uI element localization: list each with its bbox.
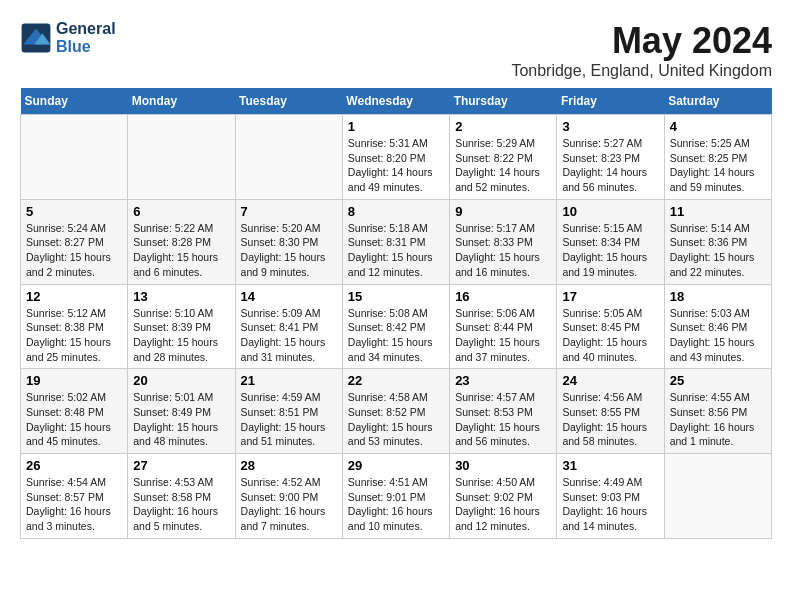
day-cell: 16Sunrise: 5:06 AM Sunset: 8:44 PM Dayli… (450, 284, 557, 369)
day-number: 13 (133, 289, 229, 304)
week-row-2: 5Sunrise: 5:24 AM Sunset: 8:27 PM Daylig… (21, 199, 772, 284)
day-cell: 12Sunrise: 5:12 AM Sunset: 8:38 PM Dayli… (21, 284, 128, 369)
day-cell: 22Sunrise: 4:58 AM Sunset: 8:52 PM Dayli… (342, 369, 449, 454)
day-info: Sunrise: 5:06 AM Sunset: 8:44 PM Dayligh… (455, 306, 551, 365)
week-row-3: 12Sunrise: 5:12 AM Sunset: 8:38 PM Dayli… (21, 284, 772, 369)
day-info: Sunrise: 4:55 AM Sunset: 8:56 PM Dayligh… (670, 390, 766, 449)
day-info: Sunrise: 4:49 AM Sunset: 9:03 PM Dayligh… (562, 475, 658, 534)
day-cell: 8Sunrise: 5:18 AM Sunset: 8:31 PM Daylig… (342, 199, 449, 284)
day-cell: 27Sunrise: 4:53 AM Sunset: 8:58 PM Dayli… (128, 454, 235, 539)
day-cell: 9Sunrise: 5:17 AM Sunset: 8:33 PM Daylig… (450, 199, 557, 284)
day-info: Sunrise: 5:18 AM Sunset: 8:31 PM Dayligh… (348, 221, 444, 280)
day-cell: 14Sunrise: 5:09 AM Sunset: 8:41 PM Dayli… (235, 284, 342, 369)
day-info: Sunrise: 5:01 AM Sunset: 8:49 PM Dayligh… (133, 390, 229, 449)
day-number: 5 (26, 204, 122, 219)
day-cell: 17Sunrise: 5:05 AM Sunset: 8:45 PM Dayli… (557, 284, 664, 369)
day-number: 1 (348, 119, 444, 134)
day-cell: 4Sunrise: 5:25 AM Sunset: 8:25 PM Daylig… (664, 115, 771, 200)
day-cell: 30Sunrise: 4:50 AM Sunset: 9:02 PM Dayli… (450, 454, 557, 539)
logo: General Blue (20, 20, 116, 56)
day-header-tuesday: Tuesday (235, 88, 342, 115)
day-cell: 23Sunrise: 4:57 AM Sunset: 8:53 PM Dayli… (450, 369, 557, 454)
day-number: 25 (670, 373, 766, 388)
day-number: 16 (455, 289, 551, 304)
day-cell: 20Sunrise: 5:01 AM Sunset: 8:49 PM Dayli… (128, 369, 235, 454)
day-number: 26 (26, 458, 122, 473)
day-cell: 15Sunrise: 5:08 AM Sunset: 8:42 PM Dayli… (342, 284, 449, 369)
day-info: Sunrise: 5:17 AM Sunset: 8:33 PM Dayligh… (455, 221, 551, 280)
day-info: Sunrise: 5:05 AM Sunset: 8:45 PM Dayligh… (562, 306, 658, 365)
week-row-5: 26Sunrise: 4:54 AM Sunset: 8:57 PM Dayli… (21, 454, 772, 539)
day-cell: 31Sunrise: 4:49 AM Sunset: 9:03 PM Dayli… (557, 454, 664, 539)
logo-text: General Blue (56, 20, 116, 56)
page-wrapper: General Blue May 2024 Tonbridge, England… (20, 20, 772, 539)
day-cell: 25Sunrise: 4:55 AM Sunset: 8:56 PM Dayli… (664, 369, 771, 454)
day-cell: 3Sunrise: 5:27 AM Sunset: 8:23 PM Daylig… (557, 115, 664, 200)
day-info: Sunrise: 5:09 AM Sunset: 8:41 PM Dayligh… (241, 306, 337, 365)
days-header-row: SundayMondayTuesdayWednesdayThursdayFrid… (21, 88, 772, 115)
day-number: 4 (670, 119, 766, 134)
day-header-friday: Friday (557, 88, 664, 115)
day-number: 2 (455, 119, 551, 134)
day-cell: 13Sunrise: 5:10 AM Sunset: 8:39 PM Dayli… (128, 284, 235, 369)
day-cell: 19Sunrise: 5:02 AM Sunset: 8:48 PM Dayli… (21, 369, 128, 454)
day-number: 27 (133, 458, 229, 473)
day-cell (128, 115, 235, 200)
day-number: 14 (241, 289, 337, 304)
day-info: Sunrise: 4:51 AM Sunset: 9:01 PM Dayligh… (348, 475, 444, 534)
day-number: 6 (133, 204, 229, 219)
day-header-thursday: Thursday (450, 88, 557, 115)
day-number: 8 (348, 204, 444, 219)
day-cell: 1Sunrise: 5:31 AM Sunset: 8:20 PM Daylig… (342, 115, 449, 200)
day-number: 22 (348, 373, 444, 388)
day-header-sunday: Sunday (21, 88, 128, 115)
calendar-table: SundayMondayTuesdayWednesdayThursdayFrid… (20, 88, 772, 539)
day-cell: 7Sunrise: 5:20 AM Sunset: 8:30 PM Daylig… (235, 199, 342, 284)
day-header-wednesday: Wednesday (342, 88, 449, 115)
day-number: 28 (241, 458, 337, 473)
day-info: Sunrise: 5:02 AM Sunset: 8:48 PM Dayligh… (26, 390, 122, 449)
day-info: Sunrise: 5:12 AM Sunset: 8:38 PM Dayligh… (26, 306, 122, 365)
day-info: Sunrise: 4:58 AM Sunset: 8:52 PM Dayligh… (348, 390, 444, 449)
day-info: Sunrise: 5:14 AM Sunset: 8:36 PM Dayligh… (670, 221, 766, 280)
day-info: Sunrise: 5:31 AM Sunset: 8:20 PM Dayligh… (348, 136, 444, 195)
day-info: Sunrise: 4:53 AM Sunset: 8:58 PM Dayligh… (133, 475, 229, 534)
day-number: 9 (455, 204, 551, 219)
day-info: Sunrise: 5:29 AM Sunset: 8:22 PM Dayligh… (455, 136, 551, 195)
day-number: 20 (133, 373, 229, 388)
day-cell: 6Sunrise: 5:22 AM Sunset: 8:28 PM Daylig… (128, 199, 235, 284)
day-header-saturday: Saturday (664, 88, 771, 115)
logo-icon (20, 22, 52, 54)
day-cell: 18Sunrise: 5:03 AM Sunset: 8:46 PM Dayli… (664, 284, 771, 369)
day-number: 7 (241, 204, 337, 219)
day-info: Sunrise: 4:56 AM Sunset: 8:55 PM Dayligh… (562, 390, 658, 449)
main-title: May 2024 (511, 20, 772, 62)
day-cell: 29Sunrise: 4:51 AM Sunset: 9:01 PM Dayli… (342, 454, 449, 539)
day-number: 12 (26, 289, 122, 304)
day-number: 23 (455, 373, 551, 388)
day-number: 10 (562, 204, 658, 219)
day-header-monday: Monday (128, 88, 235, 115)
day-number: 15 (348, 289, 444, 304)
day-cell: 10Sunrise: 5:15 AM Sunset: 8:34 PM Dayli… (557, 199, 664, 284)
day-cell: 11Sunrise: 5:14 AM Sunset: 8:36 PM Dayli… (664, 199, 771, 284)
day-number: 17 (562, 289, 658, 304)
day-info: Sunrise: 4:57 AM Sunset: 8:53 PM Dayligh… (455, 390, 551, 449)
week-row-4: 19Sunrise: 5:02 AM Sunset: 8:48 PM Dayli… (21, 369, 772, 454)
day-number: 31 (562, 458, 658, 473)
subtitle: Tonbridge, England, United Kingdom (511, 62, 772, 80)
day-info: Sunrise: 5:22 AM Sunset: 8:28 PM Dayligh… (133, 221, 229, 280)
day-info: Sunrise: 4:59 AM Sunset: 8:51 PM Dayligh… (241, 390, 337, 449)
title-section: May 2024 Tonbridge, England, United King… (511, 20, 772, 80)
day-info: Sunrise: 5:15 AM Sunset: 8:34 PM Dayligh… (562, 221, 658, 280)
day-number: 3 (562, 119, 658, 134)
day-cell (21, 115, 128, 200)
day-cell (235, 115, 342, 200)
week-row-1: 1Sunrise: 5:31 AM Sunset: 8:20 PM Daylig… (21, 115, 772, 200)
day-info: Sunrise: 4:52 AM Sunset: 9:00 PM Dayligh… (241, 475, 337, 534)
day-info: Sunrise: 5:08 AM Sunset: 8:42 PM Dayligh… (348, 306, 444, 365)
day-cell: 26Sunrise: 4:54 AM Sunset: 8:57 PM Dayli… (21, 454, 128, 539)
day-number: 24 (562, 373, 658, 388)
day-info: Sunrise: 5:27 AM Sunset: 8:23 PM Dayligh… (562, 136, 658, 195)
day-cell: 28Sunrise: 4:52 AM Sunset: 9:00 PM Dayli… (235, 454, 342, 539)
